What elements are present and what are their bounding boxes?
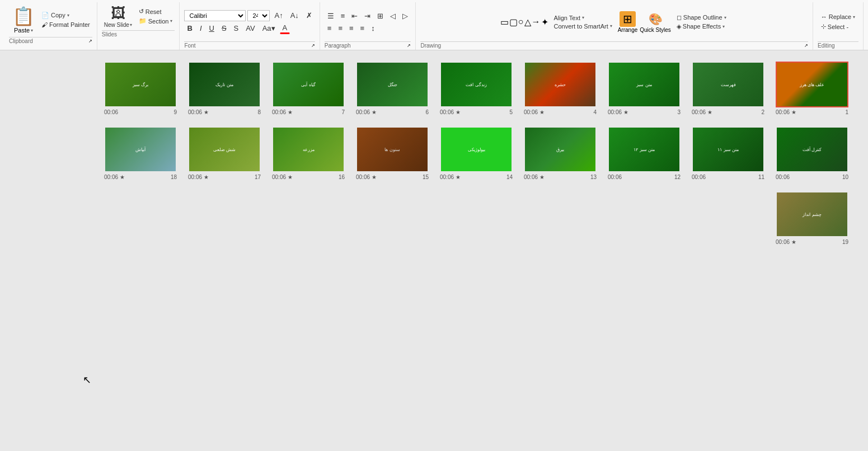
underline-button[interactable]: U [207,23,217,34]
slide-label: 00:06 ★3 [608,109,681,115]
slide-thumbnail: متن سبز ۱۲ [608,126,681,172]
copy-button[interactable]: 📄 Copy ▾ [39,11,92,20]
slides-grid: علف های هرز00:06 ★1فهرست00:06 ★2متن سبز0… [17,62,851,245]
slide-item[interactable]: چشم انداز00:06 ★19 [773,191,851,245]
slide-thumbnail: چشم انداز [776,191,848,237]
shape-round-rect[interactable]: ▢ [509,17,518,27]
convert-smartart-button[interactable]: Convert to SmartArt ▾ [552,22,614,30]
shape-oval[interactable]: ○ [518,17,524,27]
slide-item[interactable]: بیرق00:06 ★13 [521,126,599,180]
ltr-button[interactable]: ▷ [400,11,411,21]
slide-item[interactable]: متن تاریک00:06 ★8 [185,62,264,115]
font-name-select[interactable]: Calibri [184,10,246,21]
slide-item[interactable]: کنترل آفت00:0610 [773,126,851,180]
slide-label: 00:0611 [692,174,764,180]
clear-format-button[interactable]: ✗ [303,10,315,21]
slide-item[interactable]: متن سبز00:06 ★3 [605,62,683,115]
shadow-button[interactable]: S [231,23,242,34]
slide-label: 00:06 ★13 [524,174,597,180]
shape-equation[interactable]: ✦ [541,17,548,27]
decrease-font-button[interactable]: A↓ [288,10,302,21]
slide-item[interactable]: گیاه آبی00:06 ★7 [269,62,348,115]
slides-group: 🖼 New Slide ▾ ↺ Reset 📁 Section ▾ [97,2,180,50]
align-left-button[interactable]: ≡ [325,23,335,34]
increase-font-button[interactable]: A↑ [271,10,285,21]
shape-effects-button[interactable]: ◈ Shape Effects ▾ [674,22,729,31]
slide-item[interactable]: فهرست00:06 ★2 [689,62,767,115]
shape-outline-button[interactable]: ◻ Shape Outline ▾ [674,13,729,22]
slide-label: 00:06 ★7 [272,109,345,115]
slide-item[interactable]: جنگل00:06 ★6 [353,62,431,115]
columns-button[interactable]: ⊞ [374,11,386,21]
slide-item[interactable]: شش ضلعی00:06 ★17 [185,126,264,180]
change-case-button[interactable]: Aa▾ [260,23,278,34]
replace-button[interactable]: ↔ Replace ▾ [819,13,857,21]
slide-thumbnail: بیولوژیکی [440,126,513,172]
new-slide-button[interactable]: 🖼 New Slide ▾ [102,3,134,29]
numbering-button[interactable]: ≡ [338,11,348,21]
reset-button[interactable]: ↺ Reset [137,7,175,16]
align-right-button[interactable]: ≡ [346,23,356,34]
paragraph-label: Paragraph [325,43,351,49]
justify-button[interactable]: ≡ [358,23,368,34]
italic-button[interactable]: I [197,23,205,34]
bold-button[interactable]: B [184,23,195,34]
slide-label: 00:06 ★8 [188,109,261,115]
font-color-button[interactable]: A [280,22,290,34]
bullets-button[interactable]: ☰ [325,11,337,21]
slide-item[interactable]: متن سبز ۱۱00:0611 [689,126,767,180]
slide-label: 00:06 ★14 [440,174,513,180]
ribbon: 📋 Paste ▾ 📄 Copy ▾ 🖌 Format Painter [0,0,868,50]
shape-arrow[interactable]: → [532,17,541,27]
char-spacing-button[interactable]: AV [243,23,257,34]
clipboard-expand[interactable]: ↗ [88,39,92,44]
slide-thumbnail: زندگی افت [440,62,513,107]
strikethrough-button[interactable]: S [219,23,229,34]
slide-label: 00:06 ★18 [104,174,177,180]
slide-label: 00:06 ★17 [188,174,261,180]
slide-label: 00:06 ★4 [524,109,597,115]
slide-thumbnail: بیرق [524,126,597,172]
slide-item[interactable]: برگ سبز00:069 [101,62,180,115]
paragraph-expand[interactable]: ↗ [407,43,411,48]
slide-thumbnail: مزرعه [272,126,345,172]
format-painter-button[interactable]: 🖌 Format Painter [39,21,92,29]
slide-thumbnail: فهرست [692,62,764,107]
slide-thumbnail: آبپاش [104,126,177,172]
section-button[interactable]: 📁 Section ▾ [137,17,175,25]
slide-item[interactable]: مزرعه00:06 ★16 [269,126,348,180]
arrange-button[interactable]: ⊞ [620,11,636,27]
drawing-expand[interactable]: ↗ [804,43,808,48]
rtl-button[interactable]: ◁ [387,11,398,21]
paste-button[interactable]: 📋 Paste ▾ [9,3,38,36]
decrease-indent-button[interactable]: ⇤ [349,11,360,21]
select-button[interactable]: ⊹ Select - [819,22,857,31]
quick-styles-button[interactable]: 🎨 [645,11,666,27]
shape-triangle[interactable]: △ [524,17,531,27]
font-size-select[interactable]: 24 [247,10,270,21]
slide-item[interactable]: زندگی افت00:06 ★5 [437,62,515,115]
slide-thumbnail: گیاه آبی [272,62,345,107]
shape-rect[interactable]: ▭ [500,17,509,27]
slide-item[interactable]: متن سبز ۱۲00:0612 [605,126,683,180]
editing-group: ↔ Replace ▾ ⊹ Select - Editing [813,2,864,50]
font-expand[interactable]: ↗ [311,43,315,48]
slide-label: 00:06 ★15 [356,174,429,180]
slide-strip[interactable]: علف های هرز00:06 ★1فهرست00:06 ★2متن سبز0… [0,50,868,451]
increase-indent-button[interactable]: ⇥ [362,11,373,21]
align-center-button[interactable]: ≡ [335,23,345,34]
align-text-button[interactable]: Align Text ▾ [552,14,614,22]
line-spacing-button[interactable]: ↕ [368,23,378,34]
font-group: Calibri 24 A↑ A↓ ✗ B I U S S AV Aa▾ A [180,2,320,50]
slide-item[interactable]: بیولوژیکی00:06 ★14 [437,126,515,180]
slide-item[interactable]: علف های هرز00:06 ★1 [773,62,851,115]
slide-label: 00:06 ★16 [272,174,345,180]
paragraph-group: ☰ ≡ ⇤ ⇥ ⊞ ◁ ▷ ≡ ≡ ≡ ≡ ↕ Paragraph ↗ [320,2,416,50]
slide-label: 00:06 ★2 [692,109,764,115]
slide-item[interactable]: حشره00:06 ★4 [521,62,599,115]
drawing-label: Drawing [420,43,441,49]
slide-item[interactable]: ستون ها00:06 ★15 [353,126,431,180]
slides-label: Slides [102,31,117,37]
clipboard-group: 📋 Paste ▾ 📄 Copy ▾ 🖌 Format Painter [4,2,97,50]
slide-item[interactable]: آبپاش00:06 ★18 [101,126,180,180]
